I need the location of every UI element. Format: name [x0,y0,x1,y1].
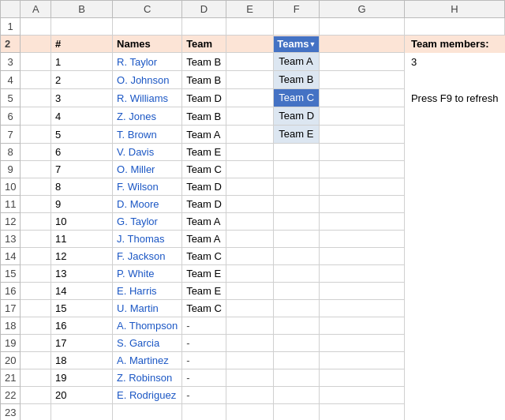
teams-dropdown-button[interactable]: Teams ▼ [274,36,319,52]
cell-g3 [320,53,405,71]
team-c-option[interactable]: Team C [274,89,319,107]
cell-c14: F. Jackson [113,248,182,265]
teams-dropdown-header[interactable]: Teams ▼ [274,36,320,53]
cell-d17: Team C [182,300,226,317]
cell-c4: O. Johnson [113,71,182,89]
cell-e3 [226,53,273,71]
cell-f23 [274,404,320,421]
cell-e19 [226,335,273,352]
row-header-18: 18 [1,317,21,335]
dropdown-item-team-b[interactable]: Team B [274,71,320,89]
cell-d5: Team D [182,89,226,107]
row-header-13: 13 [1,231,21,248]
cell-c7: T. Brown [113,126,182,144]
cell-a13 [21,231,51,248]
cell-e15 [226,265,273,283]
dropdown-item-team-e[interactable]: Team E [274,126,320,144]
cell-f12 [274,213,320,231]
cell-c21: Z. Robinson [113,369,182,387]
cell-h22 [404,387,504,404]
cell-h1 [404,18,504,36]
cell-a8 [21,144,51,161]
cell-b14: 12 [51,248,113,265]
row-header-19: 19 [1,335,21,352]
dropdown-item-team-d[interactable]: Team D [274,107,320,126]
team-a-option[interactable]: Team A [274,53,319,70]
row-header-1: 1 [1,18,21,36]
row-header-22: 22 [1,387,21,404]
cell-h12 [404,213,504,231]
team-b-option[interactable]: Team B [274,71,319,88]
cell-g6 [320,107,405,126]
row-header-15: 15 [1,265,21,283]
cell-h16 [404,283,504,300]
cell-f20 [274,352,320,369]
cell-e23 [226,404,273,421]
team-d-option[interactable]: Team D [274,107,319,125]
cell-b18: 16 [51,317,113,335]
cell-d13: Team A [182,231,226,248]
cell-f8 [274,144,320,161]
cell-a10 [21,178,51,196]
cell-b6: 4 [51,107,113,126]
cell-h21 [404,369,504,387]
cell-c23 [113,404,182,421]
cell-a1 [21,18,51,36]
dropdown-item-team-a[interactable]: Team A [274,53,320,71]
spreadsheet: A B C D E F G H 1 2 # Names Team [0,0,505,420]
cell-c8: V. Davis [113,144,182,161]
cell-e6 [226,107,273,126]
team-members-count-cell: 3 [404,53,504,71]
cell-e21 [226,369,273,387]
cell-f11 [274,196,320,213]
cell-d1 [182,18,226,36]
cell-c13: J. Thomas [113,231,182,248]
cell-c18: A. Thompson [113,317,182,335]
cell-d20: - [182,352,226,369]
col-header-e: E [226,1,273,18]
cell-a18 [21,317,51,335]
cell-e17 [226,300,273,317]
team-e-option[interactable]: Team E [274,126,319,143]
cell-c12: G. Taylor [113,213,182,231]
teams-button-label: Teams [277,38,309,50]
cell-a9 [21,161,51,178]
cell-b19: 17 [51,335,113,352]
cell-b16: 14 [51,283,113,300]
cell-d16: Team E [182,283,226,300]
cell-a2 [21,36,51,53]
cell-e10 [226,178,273,196]
cell-g18 [320,317,405,335]
cell-d14: Team C [182,248,226,265]
cell-c16: E. Harris [113,283,182,300]
cell-g10 [320,178,405,196]
row-header-23: 23 [1,404,21,421]
cell-b4: 2 [51,71,113,89]
cell-b23 [51,404,113,421]
dropdown-item-team-c[interactable]: Team C [274,89,320,107]
cell-c19: S. Garcia [113,335,182,352]
row-header-21: 21 [1,369,21,387]
col-team-header: Team [182,36,226,53]
cell-a5 [21,89,51,107]
cell-g5 [320,89,405,107]
cell-h20 [404,352,504,369]
row-header-10: 10 [1,178,21,196]
cell-b8: 6 [51,144,113,161]
cell-a11 [21,196,51,213]
cell-d15: Team E [182,265,226,283]
cell-d12: Team A [182,213,226,231]
cell-e12 [226,213,273,231]
cell-f10 [274,178,320,196]
cell-g13 [320,231,405,248]
cell-g7 [320,126,405,144]
cell-d18: - [182,317,226,335]
cell-h10 [404,178,504,196]
cell-f19 [274,335,320,352]
cell-a7 [21,126,51,144]
cell-e11 [226,196,273,213]
cell-c22: E. Rodriguez [113,387,182,404]
col-header-f: F [274,1,320,18]
cell-a19 [21,335,51,352]
col-num-header: # [51,36,113,53]
